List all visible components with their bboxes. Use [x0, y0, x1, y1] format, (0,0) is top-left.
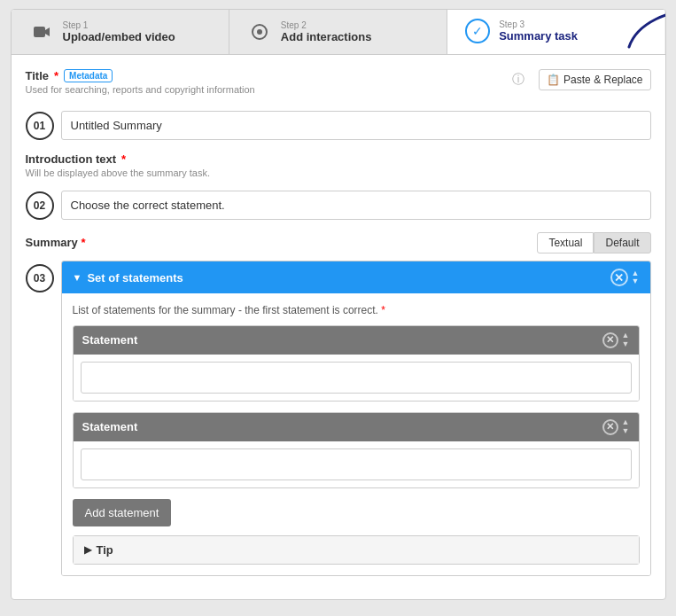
step3-number: Step 3	[499, 19, 578, 29]
intro-input[interactable]	[61, 191, 651, 220]
list-hint-text: List of statements for the summary - the…	[73, 304, 378, 316]
paste-replace-label: Paste & Replace	[563, 74, 642, 86]
step2-name: Add interactions	[281, 30, 372, 43]
summary-label-row: Summary * Textual Default	[26, 232, 651, 253]
title-input[interactable]	[61, 111, 651, 140]
tip-label: Tip	[97, 543, 113, 557]
statement-body-2	[74, 441, 639, 487]
video-icon	[29, 19, 54, 44]
set-close-button[interactable]: ✕	[610, 269, 628, 286]
field-number-03: 03	[26, 264, 54, 292]
title-section: Title * Metadata Used for searching, rep…	[26, 69, 651, 98]
title-label: Title * Metadata	[26, 69, 513, 82]
set-chevron-updown: ▲ ▼	[632, 269, 640, 285]
chevron-right-icon-tip: ▶	[84, 544, 91, 556]
default-button[interactable]: Default	[594, 232, 650, 253]
statement-body-1	[74, 355, 639, 401]
title-label-text: Title	[26, 69, 50, 82]
arrow-decoration	[620, 9, 665, 56]
set-header-label: Set of statements	[87, 271, 183, 285]
step2-info: Step 2 Add interactions	[281, 20, 372, 43]
svg-point-3	[257, 29, 262, 35]
step3-name: Summary task	[499, 29, 578, 43]
summary-label-text: Summary	[26, 236, 78, 249]
field-number-02: 02	[26, 191, 54, 220]
step1-info: Step 1 Upload/embed video	[63, 20, 175, 43]
chevron-down-icon[interactable]: ▼	[632, 277, 640, 285]
intro-hint: Will be displayed above the summary task…	[26, 168, 651, 178]
statement-label-2: Statement	[82, 420, 138, 433]
steps-bar: Step 1 Upload/embed video Step 2 Add int…	[12, 10, 665, 55]
statement-header-right-1: ✕ ▲ ▼	[602, 331, 630, 349]
info-icon: ⓘ	[512, 72, 524, 88]
set-header: ▼ Set of statements ✕ ▲ ▼	[62, 261, 650, 293]
step-tab-3[interactable]: ✓ Step 3 Summary task	[447, 10, 664, 54]
list-hint: List of statements for the summary - the…	[73, 304, 640, 316]
interactions-icon	[247, 19, 272, 44]
title-label-group: Title * Metadata Used for searching, rep…	[26, 69, 513, 98]
add-statement-button[interactable]: Add statement	[73, 499, 172, 526]
field-number-01: 01	[26, 112, 54, 140]
summary-label: Summary *	[26, 236, 86, 249]
title-required: *	[54, 69, 58, 82]
statement-chevrons-2: ▲ ▼	[622, 418, 630, 436]
statement-header-1: Statement ✕ ▲ ▼	[74, 326, 639, 355]
set-of-statements: ▼ Set of statements ✕ ▲ ▼ List of stat	[61, 261, 651, 576]
statement-header-right-2: ✕ ▲ ▼	[602, 418, 630, 436]
statement-input-2[interactable]	[81, 448, 632, 480]
title-actions: ⓘ 📋 Paste & Replace	[512, 69, 650, 90]
title-input-row: 01	[26, 111, 651, 140]
numbered-section-03: 03 ▼ Set of statements ✕ ▲ ▼	[26, 261, 651, 576]
view-toggle: Textual Default	[537, 232, 650, 253]
paste-replace-button[interactable]: 📋 Paste & Replace	[539, 69, 650, 90]
tip-header[interactable]: ▶ Tip	[74, 536, 639, 564]
statement-header-2: Statement ✕ ▲ ▼	[74, 413, 639, 441]
statement-chevrons-1: ▲ ▼	[622, 331, 630, 349]
metadata-badge[interactable]: Metadata	[64, 69, 113, 82]
title-row: Title * Metadata Used for searching, rep…	[26, 69, 651, 98]
statement-close-1[interactable]: ✕	[602, 332, 618, 348]
step3-info: Step 3 Summary task	[499, 19, 578, 43]
stmt2-chevron-down[interactable]: ▼	[622, 427, 630, 436]
list-hint-required: *	[381, 304, 385, 316]
svg-rect-0	[34, 27, 45, 37]
check-circle-icon: ✓	[465, 19, 490, 43]
content-area: Title * Metadata Used for searching, rep…	[12, 55, 665, 599]
statement-item-2: Statement ✕ ▲ ▼	[73, 412, 640, 488]
svg-marker-1	[45, 27, 50, 36]
intro-input-row: 02	[26, 191, 651, 220]
intro-label: Introduction text *	[26, 152, 651, 166]
step1-name: Upload/embed video	[63, 30, 175, 43]
set-body: List of statements for the summary - the…	[62, 293, 650, 575]
step2-number: Step 2	[281, 20, 372, 30]
main-container: Step 1 Upload/embed video Step 2 Add int…	[11, 9, 666, 600]
set-header-right: ✕ ▲ ▼	[610, 269, 640, 286]
intro-section: Introduction text * Will be displayed ab…	[26, 152, 651, 178]
step-tab-2[interactable]: Step 2 Add interactions	[229, 10, 447, 54]
statement-label-1: Statement	[82, 333, 138, 347]
set-header-left: ▼ Set of statements	[73, 271, 183, 285]
textual-button[interactable]: Textual	[537, 232, 594, 253]
tip-section: ▶ Tip	[73, 535, 640, 565]
intro-label-text: Introduction text	[26, 152, 117, 166]
intro-required: *	[121, 152, 126, 166]
stmt1-chevron-down[interactable]: ▼	[622, 340, 630, 349]
statement-close-2[interactable]: ✕	[602, 419, 618, 435]
statement-input-1[interactable]	[81, 362, 632, 394]
statement-item-1: Statement ✕ ▲ ▼	[73, 325, 640, 402]
summary-required: *	[81, 236, 85, 249]
step-tab-1[interactable]: Step 1 Upload/embed video	[12, 10, 229, 54]
clipboard-icon: 📋	[547, 74, 560, 86]
title-hint: Used for searching, reports and copyrigh…	[26, 84, 513, 95]
chevron-right-icon: ▼	[73, 272, 82, 283]
step1-number: Step 1	[63, 20, 175, 30]
